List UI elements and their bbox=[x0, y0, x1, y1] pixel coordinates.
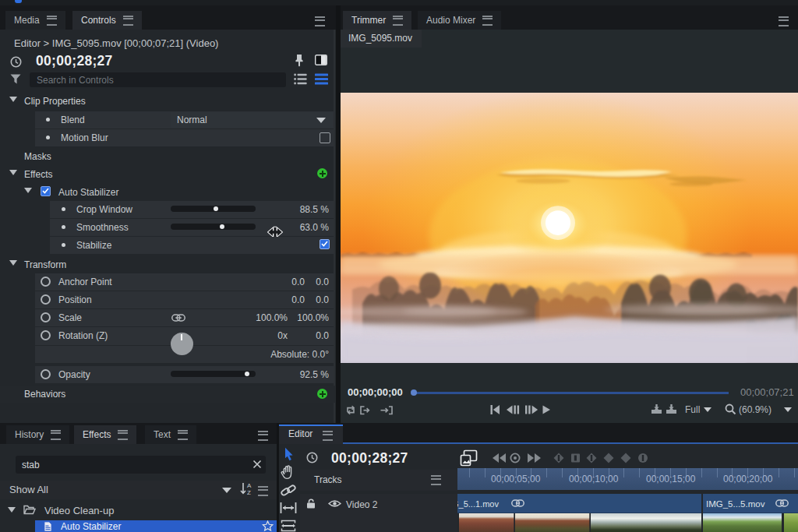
svg-text:A: A bbox=[247, 482, 252, 489]
svg-text:Z: Z bbox=[247, 489, 251, 495]
